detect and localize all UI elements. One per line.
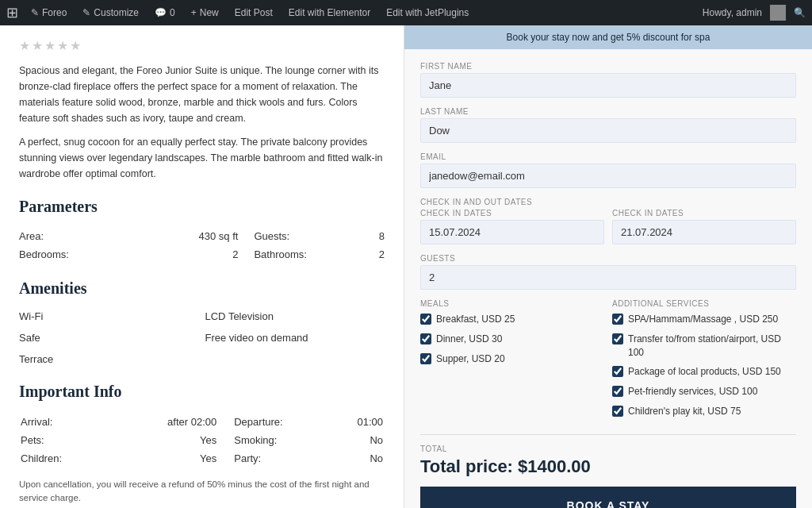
guests-group: GUESTS bbox=[420, 254, 796, 290]
amenity-video: Free video on demand bbox=[205, 330, 385, 345]
area-label: Area: bbox=[19, 227, 130, 245]
admin-bar-customize[interactable]: ✎ Customize bbox=[79, 7, 142, 18]
dates-group: CHECK IN AND OUT DATES CHECK IN DATES CH… bbox=[420, 198, 796, 244]
service-pet-checkbox[interactable] bbox=[612, 386, 623, 397]
admin-bar-jetplugins[interactable]: Edit with JetPlugins bbox=[383, 7, 472, 18]
table-row: Arrival: after 02:00 Departure: 01:00 bbox=[21, 414, 383, 430]
search-icon[interactable]: 🔍 bbox=[794, 7, 806, 18]
guests-label: Guests: bbox=[254, 227, 371, 245]
email-input[interactable] bbox=[420, 164, 796, 188]
discount-banner: Book your stay now and get 5% discount f… bbox=[404, 25, 812, 49]
meal-supper: Supper, USD 20 bbox=[420, 352, 604, 366]
dates-label: CHECK IN AND OUT DATES bbox=[420, 198, 796, 206]
table-row: Children: Yes Party: No bbox=[21, 450, 383, 467]
meal-breakfast-label: Breakfast, USD 25 bbox=[436, 313, 515, 326]
star-2: ★ bbox=[32, 38, 43, 53]
service-children-checkbox[interactable] bbox=[612, 406, 623, 417]
admin-bar-right: Howdy, admin 🔍 bbox=[703, 5, 806, 21]
parameters-table: Area: 430 sq ft Guests: 8 Bedrooms: 2 Ba… bbox=[19, 227, 385, 264]
service-children: Children's play kit, USD 75 bbox=[612, 405, 796, 418]
service-package-checkbox[interactable] bbox=[612, 366, 623, 377]
info-table: Arrival: after 02:00 Departure: 01:00 Pe… bbox=[19, 412, 385, 468]
meal-breakfast-checkbox[interactable] bbox=[420, 314, 431, 325]
children-label: Children: bbox=[21, 450, 102, 467]
admin-bar-comments[interactable]: 💬 0 bbox=[151, 7, 178, 18]
additional-col: ADDITIONAL SERVICES SPA/Hammam/Massage ,… bbox=[612, 299, 796, 425]
total-section: TOTAL Total price: $1400.00 BOOK A STAY bbox=[420, 434, 796, 508]
foreo-edit-icon: ✎ bbox=[31, 7, 39, 18]
meal-supper-checkbox[interactable] bbox=[420, 353, 431, 364]
services-row: MEALS Breakfast, USD 25 Dinner, USD 30 S… bbox=[420, 299, 796, 425]
first-name-input[interactable] bbox=[420, 73, 796, 98]
service-package-label: Package of local products, USD 150 bbox=[628, 365, 781, 379]
star-rating: ★ ★ ★ ★ ★ bbox=[19, 38, 385, 53]
admin-bar-foreo[interactable]: ✎ Foreo bbox=[28, 7, 70, 18]
meal-supper-label: Supper, USD 20 bbox=[436, 352, 505, 366]
description-2: A perfect, snug cocoon for an equally pe… bbox=[19, 134, 385, 182]
party-value: No bbox=[332, 450, 383, 467]
star-4: ★ bbox=[57, 38, 68, 53]
meal-dinner-label: Dinner, USD 30 bbox=[436, 333, 502, 346]
guests-input[interactable] bbox=[420, 265, 796, 290]
amenity-safe: Safe bbox=[19, 330, 199, 345]
total-price: Total price: $1400.00 bbox=[420, 456, 796, 477]
pets-label: Pets: bbox=[21, 432, 102, 448]
departure-label: Departure: bbox=[234, 414, 330, 430]
checkin-input[interactable] bbox=[420, 220, 604, 244]
description-1: Spacious and elegant, the Foreo Junior S… bbox=[19, 63, 385, 126]
guests-label: GUESTS bbox=[420, 254, 796, 263]
guests-value: 8 bbox=[372, 227, 385, 245]
checkout-label: CHECK IN DATES bbox=[612, 209, 796, 217]
departure-value: 01:00 bbox=[332, 414, 383, 430]
info-title: Important Info bbox=[19, 383, 385, 401]
meals-label: MEALS bbox=[420, 299, 604, 308]
meal-dinner-checkbox[interactable] bbox=[420, 333, 431, 344]
amenity-lcd: LCD Television bbox=[205, 309, 385, 324]
book-stay-button[interactable]: BOOK A STAY bbox=[420, 487, 796, 508]
left-panel: ★ ★ ★ ★ ★ Spacious and elegant, the Fore… bbox=[0, 25, 404, 508]
admin-bar-elementor[interactable]: Edit with Elementor bbox=[285, 7, 373, 18]
last-name-group: LAST NAME bbox=[420, 107, 796, 143]
area-value: 430 sq ft bbox=[130, 227, 254, 245]
amenities-title: Amenities bbox=[19, 279, 385, 298]
additional-label: ADDITIONAL SERVICES bbox=[612, 299, 796, 308]
right-panel: Book your stay now and get 5% discount f… bbox=[404, 25, 812, 508]
last-name-label: LAST NAME bbox=[420, 107, 796, 116]
amenity-terrace: Terrace bbox=[19, 352, 199, 367]
star-5: ★ bbox=[70, 38, 81, 53]
amenity-wifi: Wi-Fi bbox=[19, 309, 199, 324]
page-wrapper: ★ ★ ★ ★ ★ Spacious and elegant, the Fore… bbox=[0, 25, 812, 508]
checkout-group: CHECK IN DATES bbox=[612, 209, 796, 244]
bathrooms-label: Bathrooms: bbox=[254, 245, 371, 264]
cancellation-note: Upon cancellation, you will receive a re… bbox=[19, 478, 385, 506]
service-transfer-checkbox[interactable] bbox=[612, 333, 623, 344]
service-pet-label: Pet-friendly services, USD 100 bbox=[628, 385, 757, 398]
bedrooms-value: 2 bbox=[130, 245, 254, 264]
customize-icon: ✎ bbox=[82, 7, 90, 18]
email-label: EMAIL bbox=[420, 152, 796, 161]
service-spa-checkbox[interactable] bbox=[612, 314, 623, 325]
admin-bar: ⊞ ✎ Foreo ✎ Customize 💬 0 + New Edit Pos… bbox=[0, 0, 812, 25]
arrival-label: Arrival: bbox=[21, 414, 102, 430]
table-row: Area: 430 sq ft Guests: 8 bbox=[19, 227, 385, 245]
table-row: Bedrooms: 2 Bathrooms: 2 bbox=[19, 245, 385, 264]
smoking-value: No bbox=[332, 432, 383, 448]
smoking-label: Smoking: bbox=[234, 432, 330, 448]
amenities-grid: Wi-Fi LCD Television Safe Free video on … bbox=[19, 309, 385, 367]
star-3: ★ bbox=[44, 38, 56, 53]
checkout-input[interactable] bbox=[612, 220, 796, 244]
admin-bar-edit-post[interactable]: Edit Post bbox=[232, 7, 276, 18]
total-label: TOTAL bbox=[420, 444, 796, 453]
meal-breakfast: Breakfast, USD 25 bbox=[420, 313, 604, 326]
checkin-group: CHECK IN DATES bbox=[420, 209, 604, 244]
admin-avatar bbox=[770, 5, 786, 21]
admin-bar-new[interactable]: + New bbox=[188, 7, 222, 18]
first-name-label: FIRST NAME bbox=[420, 62, 796, 71]
plus-icon: + bbox=[191, 7, 197, 18]
first-name-group: FIRST NAME bbox=[420, 62, 796, 98]
dates-row: CHECK IN DATES CHECK IN DATES bbox=[420, 209, 796, 244]
service-pet: Pet-friendly services, USD 100 bbox=[612, 385, 796, 398]
service-spa: SPA/Hammam/Massage , USD 250 bbox=[612, 313, 796, 326]
last-name-input[interactable] bbox=[420, 118, 796, 143]
service-spa-label: SPA/Hammam/Massage , USD 250 bbox=[628, 313, 778, 326]
